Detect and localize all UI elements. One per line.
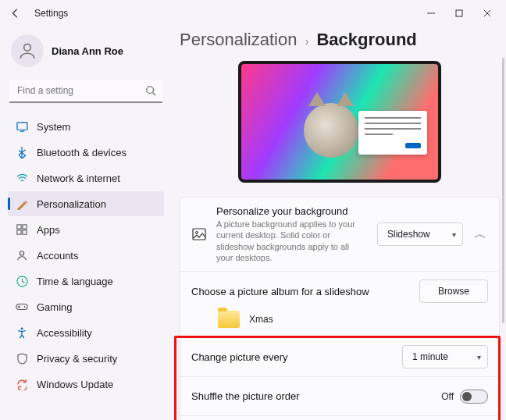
dropdown-value: Slideshow [387, 229, 430, 240]
search-input[interactable] [9, 80, 162, 103]
folder-icon [218, 311, 240, 328]
highlighted-section: Change picture every 1 minute ▾ Shuffle … [180, 337, 499, 420]
picture-icon [191, 228, 207, 240]
window-controls [417, 2, 501, 24]
content-area: Personalization › Background Personalize… [172, 27, 506, 420]
title-bar: Settings [0, 0, 506, 27]
sidebar-item-gaming[interactable]: Gaming [8, 294, 164, 319]
accounts-icon [16, 249, 28, 262]
nav-label: Apps [37, 224, 60, 236]
sidebar-item-privacy[interactable]: Privacy & security [8, 346, 164, 371]
svg-line-4 [153, 93, 156, 96]
user-name: Diana Ann Roe [52, 45, 123, 57]
personalize-title: Personalize your background [216, 205, 368, 217]
sidebar-item-personalization[interactable]: Personalization [8, 191, 164, 216]
svg-rect-8 [23, 225, 27, 229]
minimize-icon [427, 9, 435, 17]
search-icon [145, 85, 156, 99]
chevron-up-icon: ︿ [474, 227, 486, 240]
album-label: Choose a picture album for a slideshow [191, 286, 410, 297]
personalize-card: Personalize your background A picture ba… [180, 197, 500, 420]
svg-rect-16 [193, 229, 205, 240]
back-button[interactable] [5, 2, 27, 24]
network-icon [16, 172, 28, 184]
system-icon [16, 120, 28, 133]
folder-name: Xmas [249, 314, 273, 325]
nav-label: Bluetooth & devices [37, 147, 126, 158]
chevron-down-icon: ▾ [452, 230, 456, 239]
personalization-icon [16, 198, 28, 210]
nav-label: Network & internet [37, 173, 120, 184]
interval-dropdown[interactable]: 1 minute ▾ [402, 345, 488, 368]
sidebar-item-accessibility[interactable]: Accessibility [8, 320, 164, 345]
nav-label: Time & language [37, 276, 113, 287]
background-preview [238, 61, 441, 183]
sidebar-item-network[interactable]: Network & internet [8, 166, 164, 190]
nav-label: Personalization [37, 198, 106, 210]
privacy-icon [16, 352, 28, 365]
expand-toggle[interactable]: ︿ [472, 226, 488, 243]
svg-rect-5 [16, 122, 27, 129]
close-button[interactable] [473, 2, 501, 24]
app-title: Settings [34, 8, 68, 19]
shuffle-label: Shuffle the picture order [191, 390, 432, 402]
time-icon [16, 275, 28, 287]
svg-point-11 [20, 251, 23, 255]
svg-rect-10 [23, 230, 27, 234]
sidebar-item-accounts[interactable]: Accounts [8, 243, 164, 268]
svg-point-14 [24, 306, 26, 308]
arrow-left-icon [10, 8, 21, 19]
nav-label: Windows Update [37, 379, 113, 390]
maximize-icon [455, 9, 463, 17]
album-folder-row[interactable]: Xmas [180, 311, 499, 337]
nav-label: Privacy & security [37, 353, 117, 365]
gaming-icon [16, 301, 28, 313]
nav-label: System [37, 121, 70, 133]
avatar [11, 34, 44, 67]
svg-point-2 [24, 44, 31, 51]
bluetooth-icon [16, 146, 28, 158]
sidebar-item-bluetooth[interactable]: Bluetooth & devices [8, 140, 164, 165]
svg-rect-9 [17, 230, 21, 234]
sidebar-item-time[interactable]: Time & language [8, 269, 164, 294]
user-profile[interactable]: Diana Ann Roe [8, 30, 164, 75]
nav-list: System Bluetooth & devices Network & int… [8, 114, 164, 397]
sidebar-item-apps[interactable]: Apps [8, 217, 164, 242]
nav-label: Accounts [37, 250, 78, 262]
dropdown-value: 1 minute [412, 351, 448, 362]
shuffle-toggle[interactable] [460, 390, 488, 404]
svg-point-15 [21, 327, 23, 329]
sidebar: Diana Ann Roe System Bluetooth & devices… [0, 27, 172, 420]
personalize-subtitle: A picture background applies to your cur… [216, 219, 368, 263]
breadcrumb: Personalization › Background [180, 30, 500, 50]
close-icon [483, 9, 491, 17]
sidebar-item-system[interactable]: System [8, 114, 164, 139]
sidebar-item-update[interactable]: Windows Update [8, 372, 164, 397]
nav-label: Gaming [37, 301, 73, 313]
breadcrumb-current: Background [316, 30, 416, 50]
maximize-button[interactable] [445, 2, 473, 24]
toggle-state-label: Off [441, 391, 454, 402]
scrollbar[interactable] [502, 58, 504, 323]
chevron-right-icon: › [305, 34, 308, 48]
preview-window-mock [358, 111, 427, 155]
apps-icon [16, 223, 28, 236]
background-type-dropdown[interactable]: Slideshow ▾ [377, 222, 463, 246]
update-icon [16, 378, 28, 390]
nav-label: Accessibility [37, 327, 92, 339]
breadcrumb-parent[interactable]: Personalization [180, 30, 297, 50]
chevron-down-icon: ▾ [477, 353, 481, 361]
svg-point-3 [147, 87, 154, 94]
person-icon [17, 41, 37, 61]
svg-rect-1 [456, 10, 462, 16]
browse-button[interactable]: Browse [419, 279, 488, 303]
minimize-button[interactable] [417, 2, 445, 24]
preview-image [304, 103, 358, 158]
svg-rect-7 [17, 225, 21, 229]
interval-label: Change picture every [191, 351, 393, 363]
accessibility-icon [16, 326, 28, 339]
svg-point-17 [196, 232, 198, 234]
